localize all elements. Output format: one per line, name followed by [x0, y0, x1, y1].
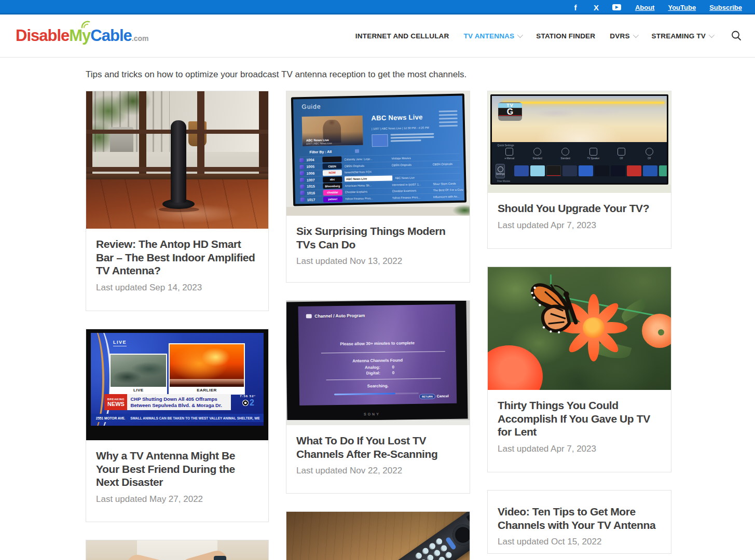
channel-number: 1006: [306, 172, 320, 176]
channel-logo: abc: [322, 176, 341, 183]
quick-settings-panel: Quick Settings e-Manual Standard Standar…: [492, 142, 666, 183]
article-title[interactable]: Why a TV Antenna Might Be Your Best Frie…: [96, 449, 258, 489]
article-card-lent[interactable]: Thirty Things You Could Accomplish If Yo…: [487, 267, 671, 472]
white-cable: [90, 554, 194, 560]
app-tile: [627, 165, 641, 176]
sleep-timer-icon: [646, 148, 653, 156]
article-title[interactable]: Thirty Things You Could Accomplish If Yo…: [498, 399, 661, 439]
news-ticker: 2551 MOTOR AVE. SMALL ANIMALS CAN BE TAK…: [91, 414, 264, 422]
nav-item-streaming-tv[interactable]: STREAMING TV: [652, 32, 713, 40]
article-card-video-ten-tips[interactable]: Video: Ten Tips to Get More Channels wit…: [487, 490, 671, 554]
channel-logo: CBSN: [322, 163, 341, 170]
channel-chip-icon: [299, 178, 304, 182]
picture-mode-icon: [533, 148, 541, 156]
facebook-icon[interactable]: f: [571, 4, 580, 11]
program-cell: [391, 171, 430, 172]
channel-logo: [322, 157, 341, 163]
youtube-icon[interactable]: [612, 4, 622, 11]
article-date: Last updated May 27, 2022: [96, 494, 258, 505]
headline-line: CHP Shutting Down All 405 Offramps: [130, 396, 231, 402]
program-cell: Yahoo Finance Pres...: [345, 197, 389, 201]
article-title[interactable]: What To Do If You Lost TV Channels After…: [296, 434, 460, 460]
nav-item-internet-and-cellular[interactable]: INTERNET AND CELLULAR: [355, 32, 449, 40]
nav-item-dvrs[interactable]: DVRS: [610, 32, 637, 40]
topbar-link-subscribe[interactable]: Subscribe: [709, 4, 742, 11]
nav-item-tv-antennas[interactable]: TV ANTENNAS: [464, 32, 522, 40]
nav-item-station-finder[interactable]: STATION FINDER: [536, 32, 595, 40]
cancel-label: Cancel: [437, 394, 449, 398]
station-number: 2: [250, 398, 254, 408]
tv-g-rating-badge: TV G: [498, 102, 522, 121]
article-thumbnail-auto-program[interactable]: Channel / Auto Program Please allow 30+ …: [286, 301, 470, 425]
time-temp: 7:56 52°: [240, 395, 256, 398]
article-card-rescan[interactable]: Channel / Auto Program Please allow 30+ …: [286, 300, 470, 494]
article-body: Thirty Things You Could Accomplish If Yo…: [488, 390, 671, 454]
lower-third: BREAKING NEWS CHP Shutting Down All 405 …: [104, 394, 256, 410]
topbar: f X About YouTube Subscribe: [0, 0, 755, 15]
channel-number: 1017: [307, 198, 320, 202]
wall: [488, 185, 671, 193]
article-thumbnail-antop-antenna[interactable]: [86, 91, 268, 229]
pip-label: LIVE: [111, 387, 166, 394]
article-card-partial-cables[interactable]: [86, 540, 269, 560]
pip-earlier-view: EARLIER: [169, 343, 245, 395]
program-cell: Cheddar Examines: [392, 189, 430, 193]
program-logo-box: [372, 134, 388, 147]
program-subline: | 1007 | ABC News Live | 12:30 PM - 4:26…: [371, 126, 429, 130]
channel-number: 1007: [306, 178, 320, 182]
news-label: NEWS: [107, 401, 125, 407]
gear-icon: [498, 166, 503, 172]
article-card-six-things[interactable]: Guide ABC News Live 1007 | ABC News Live…: [286, 91, 470, 283]
program-cell: Silver Stars Cards: [433, 181, 464, 186]
article-title[interactable]: Review: The Antop HD Smart Bar – The Bes…: [96, 237, 258, 277]
article-title[interactable]: Video: Ten Tips to Get More Channels wit…: [498, 505, 661, 531]
article-title[interactable]: Should You Upgrade Your TV?: [498, 202, 661, 215]
article-card-disaster[interactable]: LIVE LIVE EARLIER BREAKING NEW: [86, 329, 269, 522]
program-cell: CBSN Originals: [344, 164, 389, 168]
topbar-link-about[interactable]: About: [635, 4, 655, 11]
filter-dropdown-icon: [355, 149, 359, 153]
program-cell: The Best Of: For a Cure: [433, 188, 464, 192]
app-tile-hulu: [595, 165, 609, 176]
program-cell: [435, 177, 464, 178]
channel-list: 1004Calamity Jane: Lege...Vintage Movies…: [299, 153, 461, 203]
logo-part-disable: Disable: [16, 26, 69, 45]
main-nav: INTERNET AND CELLULAR TV ANTENNAS STATIO…: [355, 30, 742, 41]
article-thumbnail-cables[interactable]: [86, 540, 268, 560]
article-date: Last updated Sep 14, 2023: [96, 283, 258, 293]
side-info-skeleton: [438, 110, 458, 129]
article-card-upgrade-tv[interactable]: TV G Quick Settings e-Manual Standard St…: [487, 91, 671, 249]
channel-number: 1004: [306, 158, 320, 162]
pip-label: EARLIER: [170, 387, 244, 394]
preview-video: ABC News Live 1007 | ABC News Live: [301, 116, 363, 146]
article-card-partial-remote[interactable]: [286, 511, 470, 560]
article-body: What To Do If You Lost TV Channels After…: [286, 425, 470, 476]
article-card-antop-review[interactable]: Review: The Antop HD Smart Bar – The Bes…: [86, 91, 269, 311]
ticker-text: SMALL ANIMALS CAN BE TAKEN TO THE WEST V…: [130, 416, 259, 420]
article-thumbnail-tv-sunset[interactable]: TV G Quick Settings e-Manual Standard St…: [488, 91, 671, 193]
return-key-pill: RETURN: [419, 394, 435, 399]
app-tile-netflix: [546, 165, 561, 176]
guardrail: [170, 379, 244, 384]
channel-chip-icon: [300, 185, 304, 189]
progress-bar: [334, 392, 419, 395]
antenna-waves-icon: [79, 20, 92, 29]
article-thumbnail-remote[interactable]: [286, 512, 470, 560]
site-logo[interactable]: DisableMyCable.com: [16, 26, 148, 45]
channel-logo: cheddar: [323, 190, 342, 196]
channel-chip-icon: [299, 165, 304, 169]
article-grid: Review: The Antop HD Smart Bar – The Bes…: [0, 91, 755, 560]
tv-speaker-icon: [589, 148, 597, 156]
red-dahlia-flower: [488, 345, 543, 390]
article-thumbnail-breaking-news[interactable]: LIVE LIVE EARLIER BREAKING NEW: [86, 329, 268, 440]
graphic-swoosh: [96, 333, 112, 426]
pip-live-view: LIVE: [109, 354, 167, 395]
article-thumbnail-butterfly-garden[interactable]: [488, 267, 671, 390]
article-thumbnail-tv-guide[interactable]: Guide ABC News Live 1007 | ABC News Live…: [286, 91, 470, 216]
search-icon[interactable]: [731, 30, 742, 41]
mountains-image: [111, 355, 166, 387]
topbar-link-youtube[interactable]: YouTube: [668, 4, 696, 11]
channel-chip-icon: [300, 198, 304, 202]
x-twitter-icon[interactable]: X: [592, 4, 601, 11]
article-title[interactable]: Six Surprising Things Modern TVs Can Do: [296, 225, 460, 251]
